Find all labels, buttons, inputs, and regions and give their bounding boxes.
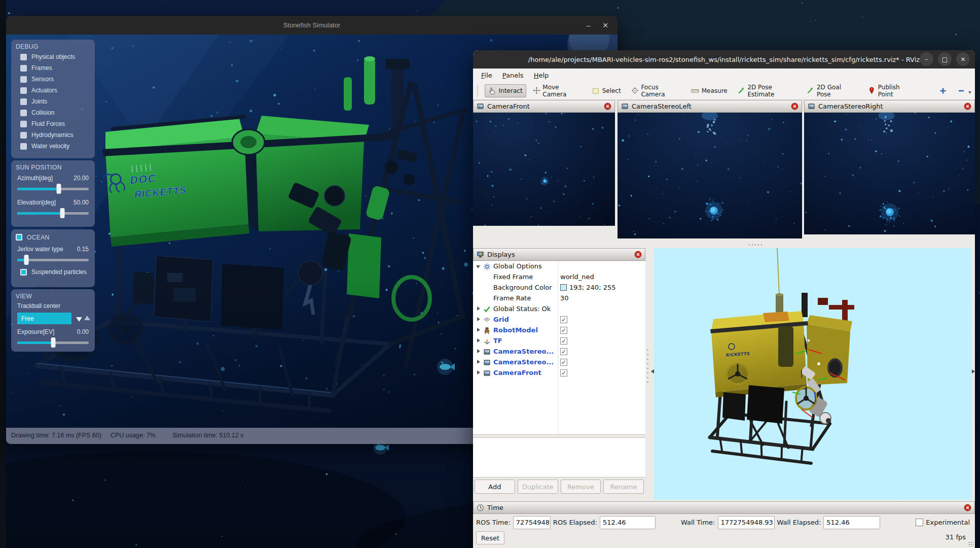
horizontal-splitter-handle[interactable] [749, 244, 763, 246]
time-field-input[interactable]: 512.46 [823, 516, 880, 529]
time-panel-titlebar[interactable]: Time [473, 501, 975, 514]
focus-camera-tool[interactable]: Focus Camera [628, 81, 684, 100]
add-button[interactable]: Add [475, 480, 515, 494]
remove-tool-button[interactable] [954, 84, 975, 98]
right-panel-strip[interactable] [972, 248, 975, 500]
2d-goal-pose-tool[interactable]: 2D Goal Pose [803, 81, 857, 100]
close-icon[interactable] [791, 102, 798, 110]
close-icon[interactable]: ✕ [956, 52, 970, 66]
sun-slider[interactable] [17, 184, 89, 194]
collapse-right-icon[interactable] [972, 369, 977, 373]
displays-tree[interactable]: Global OptionsFixed Frameworld_nedBackgr… [473, 261, 645, 435]
toolbar-drag-handle[interactable] [477, 85, 480, 96]
tree-row-value[interactable]: ✓ [560, 326, 567, 334]
debug-checkbox[interactable] [20, 65, 27, 72]
resize-grip[interactable] [968, 541, 973, 546]
tree-row-value[interactable]: ✓ [560, 316, 567, 323]
display-enabled-checkbox[interactable]: ✓ [560, 369, 567, 376]
debug-checkbox[interactable] [20, 87, 27, 94]
camera-panel-titlebar[interactable]: CameraStereoLeft [618, 100, 802, 113]
expander-right-icon[interactable] [477, 370, 482, 374]
expander-right-icon[interactable] [477, 328, 482, 332]
jerlov-slider[interactable] [17, 255, 89, 265]
display-enabled-checkbox[interactable]: ✓ [560, 348, 567, 355]
camera-panel-titlebar[interactable]: CameraStereoRight [804, 100, 975, 113]
exposure-slider[interactable] [17, 337, 89, 348]
minimize-icon[interactable]: – [586, 21, 590, 29]
maximize-icon[interactable]: □ [938, 52, 952, 66]
expander-right-icon[interactable] [477, 338, 482, 342]
reset-button[interactable]: Reset [476, 531, 504, 544]
time-field-input[interactable]: 1772754948.93 [718, 516, 775, 529]
debug-checkbox[interactable] [20, 132, 27, 139]
expander-right-icon[interactable] [477, 306, 482, 311]
measure-tool[interactable]: Measure [687, 84, 731, 97]
camera-panel-titlebar[interactable]: CameraFront [473, 100, 615, 113]
expander-right-icon[interactable] [477, 360, 482, 364]
tree-row-value[interactable]: world_ned [560, 273, 594, 281]
experimental-checkbox[interactable] [916, 519, 923, 526]
debug-checkbox[interactable] [20, 121, 27, 127]
color-swatch[interactable] [560, 284, 567, 291]
tree-row-camerafront[interactable]: CameraFront✓ [473, 368, 645, 379]
close-icon[interactable] [964, 102, 971, 110]
slider-handle[interactable] [60, 208, 64, 218]
tree-row-value[interactable]: ✓ [560, 369, 567, 376]
2d-pose-estimate-tool[interactable]: 2D Pose Estimate [734, 81, 801, 100]
spinner-up-icon[interactable] [84, 313, 90, 320]
ocean-checkbox[interactable] [16, 234, 22, 241]
vertical-splitter[interactable] [645, 248, 654, 500]
move-camera-tool[interactable]: Move Camera [529, 81, 585, 100]
tree-row-value[interactable]: ✓ [560, 348, 567, 355]
display-enabled-checkbox[interactable]: ✓ [560, 359, 567, 366]
tree-row-value[interactable]: ✓ [560, 337, 567, 345]
rviz-3d-view[interactable]: RICKETTS [654, 248, 972, 500]
sun-slider[interactable] [17, 208, 89, 218]
display-enabled-checkbox[interactable]: ✓ [560, 337, 567, 345]
menu-help[interactable]: Help [529, 70, 554, 81]
suspended-particles-checkbox[interactable] [20, 269, 27, 276]
tree-row-value[interactable]: 30 [560, 294, 569, 302]
chevron-down-icon[interactable] [968, 91, 971, 95]
tree-row-robotmodel[interactable]: RobotModel✓ [473, 325, 645, 336]
debug-checkbox[interactable] [20, 98, 27, 105]
tree-row-value[interactable]: 193; 240; 255 [560, 284, 615, 291]
debug-checkbox[interactable] [20, 110, 27, 116]
tree-row-grid[interactable]: Grid✓ [473, 315, 645, 325]
debug-checkbox[interactable] [20, 76, 27, 83]
close-icon[interactable] [964, 504, 971, 511]
tree-row-frame-rate[interactable]: Frame Rate30 [473, 293, 645, 304]
display-enabled-checkbox[interactable]: ✓ [560, 327, 567, 334]
minimize-icon[interactable]: – [920, 52, 933, 66]
tree-row-fixed-frame[interactable]: Fixed Frameworld_ned [473, 272, 645, 283]
close-icon[interactable] [604, 102, 611, 110]
time-field-input[interactable]: 512.46 [600, 516, 656, 529]
close-icon[interactable]: ✕ [602, 21, 608, 29]
menu-panels[interactable]: Panels [497, 70, 529, 81]
tree-row-global-options[interactable]: Global Options [473, 261, 645, 272]
debug-checkbox[interactable] [20, 143, 27, 150]
expander-down-icon[interactable] [476, 265, 480, 270]
slider-handle[interactable] [56, 184, 61, 194]
tree-row-tf[interactable]: TF✓ [473, 336, 645, 347]
stonefish-titlebar[interactable]: Stonefish Simulator – ✕ [6, 16, 618, 35]
tree-row-camerastereo-[interactable]: CameraStereo...✓ [473, 357, 645, 368]
add-tool-button[interactable] [935, 84, 951, 97]
debug-checkbox[interactable] [20, 54, 27, 60]
tree-row-value[interactable]: ✓ [560, 358, 567, 366]
tree-row-camerastereo-[interactable]: CameraStereo...✓ [473, 347, 645, 357]
rviz-titlebar[interactable]: /home/ale/projects/MBARI-vehicles-sim-ro… [473, 50, 975, 68]
menu-file[interactable]: File [476, 70, 497, 81]
spinner-down-icon[interactable] [76, 317, 82, 325]
trackball-center-dropdown[interactable]: Free [17, 313, 71, 324]
publish-point-tool[interactable]: Publish Point [864, 81, 917, 100]
select-tool[interactable]: Select [588, 84, 625, 97]
expander-right-icon[interactable] [477, 349, 482, 353]
displays-panel-titlebar[interactable]: Displays [473, 248, 645, 261]
tree-row-global-status-ok[interactable]: Global Status: Ok [473, 304, 645, 315]
tree-row-background-color[interactable]: Background Color193; 240; 255 [473, 283, 645, 293]
display-enabled-checkbox[interactable]: ✓ [560, 316, 567, 323]
close-icon[interactable] [634, 251, 642, 258]
expander-right-icon[interactable] [477, 317, 482, 321]
interact-tool[interactable]: Interact [485, 84, 526, 97]
